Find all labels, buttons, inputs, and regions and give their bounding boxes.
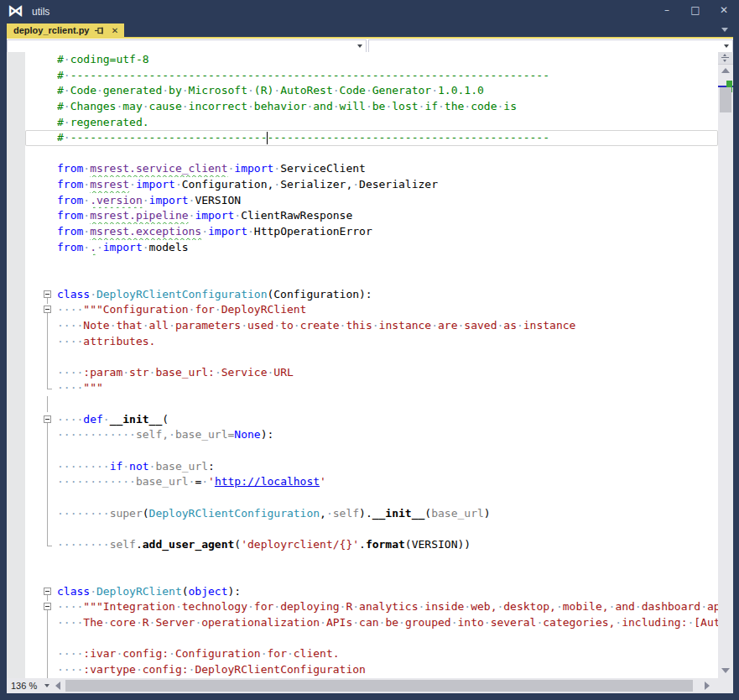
code-line-current[interactable]: #·--------------------------------------… [25,130,718,146]
code-text: from·.version·import·VERSION [57,193,718,209]
code-text: ········if·not·base_url: [57,459,718,475]
fold-margin [25,459,57,475]
fold-margin [25,474,57,490]
scroll-right-icon[interactable] [705,682,710,690]
code-line[interactable]: ············base_url·=·'http://localhost… [25,474,718,490]
pin-icon[interactable] [95,26,104,35]
scroll-left-icon[interactable] [55,682,60,690]
vertical-scrollbar-thumb[interactable] [720,87,731,112]
code-line[interactable] [25,271,718,287]
code-line[interactable]: from·.version·import·VERSION [25,193,718,209]
code-line[interactable]: ····Note·that·all·parameters·used·to·cre… [25,318,718,334]
code-line[interactable] [25,396,718,412]
editor-splitter-handle[interactable] [718,52,733,65]
code-text: ····""" [57,380,718,396]
maximize-button[interactable]: □ [685,2,705,18]
code-line[interactable]: class·DeployRClient(object): [25,584,718,600]
code-line[interactable]: #·coding=utf-8 [25,52,718,68]
code-line[interactable]: ····def·__init__( [25,412,718,428]
code-line[interactable]: ········if·not·base_url: [25,459,718,475]
horizontal-scrollbar-row: 136 % [7,678,733,693]
fold-margin [25,646,57,662]
scroll-down-icon[interactable] [721,668,730,673]
code-line[interactable] [25,443,718,459]
code-text: ····Note·that·all·parameters·used·to·cre… [57,318,718,334]
fold-collapse-toggle-icon[interactable] [44,603,51,610]
code-line[interactable]: ····attributes. [25,334,718,350]
code-line[interactable] [25,490,718,506]
code-line[interactable]: ········self.add_user_agent('deployrclie… [25,537,718,553]
visual-studio-logo-icon: ⋈ [8,1,23,19]
fold-margin [25,584,57,600]
code-line[interactable]: ····:vartype·config:·DeployRClientConfig… [25,662,718,678]
code-line[interactable]: from·msrest·import·Configuration,·Serial… [25,177,718,193]
fold-margin [25,240,57,256]
fold-margin [25,568,57,584]
fold-guide-line [47,521,48,537]
fold-margin [25,349,57,365]
fold-guide-line [47,427,48,443]
splitter-line-icon [721,57,729,58]
zoom-level-dropdown[interactable]: 136 % [7,678,52,693]
code-text: ····:vartype·config:·DeployRClientConfig… [57,662,718,678]
indicator-margin [7,52,25,678]
fold-margin [25,287,57,303]
fold-margin [25,443,57,459]
code-line[interactable] [25,521,718,537]
code-line[interactable]: ····The·core·R·Server·operationalization… [25,615,718,631]
fold-collapse-toggle-icon[interactable] [44,415,51,423]
code-line[interactable]: ····:param·str·base_url:·Service·URL [25,365,718,381]
code-line[interactable] [25,349,718,365]
code-line[interactable] [25,255,718,271]
code-line[interactable]: #·--------------------------------------… [25,68,718,84]
vertical-scrollbar[interactable] [718,52,733,678]
code-line[interactable]: #·regenerated. [25,115,718,131]
fold-margin [25,490,57,506]
fold-collapse-toggle-icon[interactable] [44,306,51,313]
scope-dropdown[interactable] [7,39,367,53]
chevron-down-icon [44,684,49,687]
code-line[interactable]: from·msrest.pipeline·import·ClientRawRes… [25,208,718,224]
code-line[interactable]: from·msrest.exceptions·import·HttpOperat… [25,224,718,240]
code-line[interactable]: ········super(DeployRClientConfiguration… [25,506,718,522]
code-line[interactable]: ····:ivar·config:·Configuration·for·clie… [25,646,718,662]
member-dropdown[interactable] [368,39,733,53]
code-line[interactable]: ············self,·base_url=None): [25,427,718,443]
code-line[interactable]: class·DeployRClientConfiguration(Configu… [25,287,718,303]
code-text: #·regenerated. [57,115,718,131]
tab-deploy-rclient[interactable]: deploy_rclient.py ✕ [7,24,124,37]
code-line[interactable]: from·.·import·models [25,240,718,256]
code-line[interactable]: ····"""Configuration·for·DeployRClient [25,302,718,318]
horizontal-scrollbar-thumb[interactable] [65,680,693,692]
fold-margin [25,177,57,193]
fold-collapse-toggle-icon[interactable] [44,290,51,298]
code-line[interactable] [25,553,718,569]
fold-margin [25,193,57,209]
fold-margin [25,146,57,162]
code-line[interactable]: ····"""Integration·technology·for·deploy… [25,599,718,615]
horizontal-scrollbar[interactable] [64,678,701,693]
tab-close-icon[interactable]: ✕ [110,26,119,35]
code-editor[interactable]: #·coding=utf-8#·------------------------… [7,52,718,678]
fold-margin [25,380,57,396]
vs-window: ⋈ utils – □ ✕ deploy_rclient.py ✕ [0,0,739,700]
fold-guide-line [47,490,48,506]
code-line[interactable]: from·msrest.service_client·import·Servic… [25,161,718,177]
fold-collapse-toggle-icon[interactable] [44,588,51,595]
document-list-dropdown-icon[interactable] [721,28,728,32]
chevron-down-icon [357,44,362,48]
code-line[interactable] [25,568,718,584]
minimize-button[interactable]: – [657,2,677,18]
code-line[interactable]: #·Code·generated·by·Microsoft·(R)·AutoRe… [25,83,718,99]
code-line[interactable]: #·Changes·may·cause·incorrect·behavior·a… [25,99,718,115]
fold-margin [25,68,57,84]
code-line[interactable] [25,631,718,647]
scroll-up-icon[interactable] [721,68,730,73]
fold-margin [25,99,57,115]
code-line[interactable] [25,146,718,162]
code-line[interactable]: ····""" [25,380,718,396]
fold-margin [25,662,57,678]
code-text: ····The·core·R·Server·operationalization… [57,615,718,631]
splitter-up-icon [723,54,726,56]
close-button[interactable]: ✕ [714,2,734,18]
